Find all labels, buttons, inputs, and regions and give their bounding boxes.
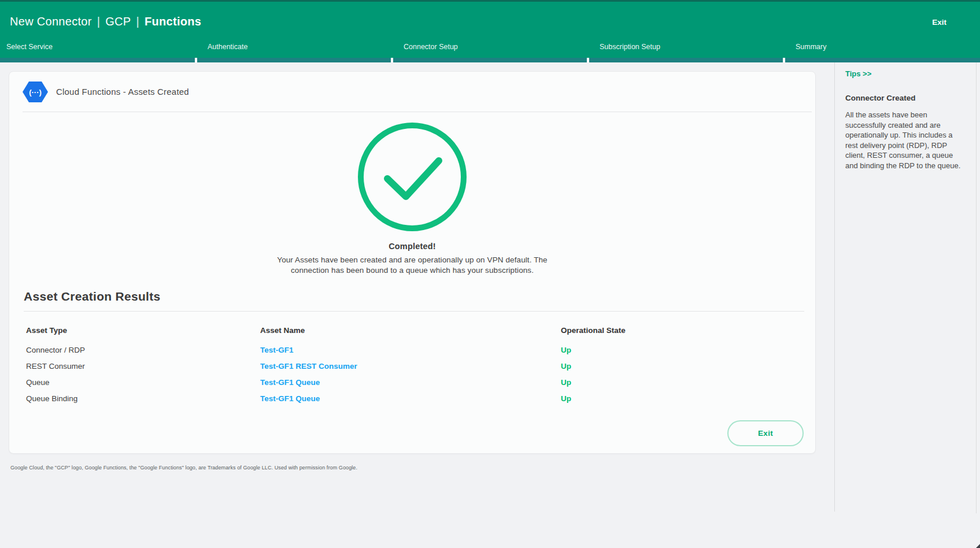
progress-strip bbox=[0, 58, 980, 62]
step-authenticate[interactable]: Authenticate bbox=[208, 43, 248, 51]
cloud-functions-icon: (···) bbox=[23, 81, 48, 103]
table-row: Queue Test-GF1 Queue Up bbox=[26, 374, 803, 390]
title-separator: | bbox=[97, 15, 101, 28]
trademark-disclaimer: Google Cloud, the "GCP" logo, Google Fun… bbox=[10, 465, 531, 471]
page-title: Cloud Functions - Assets Created bbox=[56, 87, 189, 97]
asset-name-link[interactable]: Test-GF1 Queue bbox=[260, 394, 561, 403]
asset-name-link[interactable]: Test-GF1 Queue bbox=[260, 378, 561, 387]
operational-state-cell: Up bbox=[561, 378, 803, 387]
step-divider-tick bbox=[195, 58, 197, 62]
asset-type-cell: Queue bbox=[26, 378, 260, 387]
table-header-row: Asset Type Asset Name Operational State bbox=[26, 323, 803, 337]
operational-state-cell: Up bbox=[561, 394, 803, 403]
wizard-title-functions: Functions bbox=[145, 15, 201, 28]
table-row: REST Consumer Test-GF1 REST Consumer Up bbox=[26, 358, 803, 374]
asset-name-link[interactable]: Test-GF1 bbox=[260, 346, 561, 354]
wizard-steps: Select Service Authenticate Connector Se… bbox=[0, 43, 980, 55]
results-divider bbox=[24, 311, 804, 312]
asset-results-section: Asset Creation Results Asset Type Asset … bbox=[24, 290, 803, 406]
sidebar-right-border bbox=[976, 62, 977, 513]
content-card: (···) Cloud Functions - Assets Created C… bbox=[9, 71, 816, 454]
asset-type-cell: REST Consumer bbox=[26, 362, 260, 371]
wizard-title: New Connector|GCP|Functions bbox=[10, 15, 201, 28]
step-divider-tick bbox=[391, 58, 393, 62]
exit-button[interactable]: Exit bbox=[727, 420, 804, 446]
wizard-title-gcp: GCP bbox=[105, 15, 131, 28]
results-heading: Asset Creation Results bbox=[24, 290, 803, 303]
operational-state-cell: Up bbox=[561, 346, 803, 354]
resize-corner-mark bbox=[976, 544, 980, 548]
step-summary[interactable]: Summary bbox=[796, 43, 826, 51]
step-select-service[interactable]: Select Service bbox=[6, 43, 53, 51]
tips-toggle-link[interactable]: Tips >> bbox=[845, 69, 871, 78]
completed-section: Completed! Your Assets have been created… bbox=[9, 112, 815, 276]
app-window: New Connector|GCP|Functions Exit Select … bbox=[0, 0, 980, 548]
column-header-asset-type: Asset Type bbox=[26, 326, 260, 335]
sidebar-divider bbox=[834, 62, 835, 512]
asset-type-cell: Queue Binding bbox=[26, 394, 260, 403]
asset-name-link[interactable]: Test-GF1 REST Consumer bbox=[260, 362, 561, 371]
step-subscription-setup[interactable]: Subscription Setup bbox=[600, 43, 660, 51]
success-check-icon bbox=[354, 119, 470, 235]
step-divider-tick bbox=[587, 58, 589, 62]
column-header-operational-state: Operational State bbox=[561, 326, 803, 335]
top-accent-line bbox=[0, 0, 980, 2]
wizard-header: New Connector|GCP|Functions Exit Select … bbox=[0, 0, 980, 62]
cloud-functions-icon-glyph: (···) bbox=[29, 88, 42, 97]
step-connector-setup[interactable]: Connector Setup bbox=[404, 43, 458, 51]
title-separator: | bbox=[136, 15, 140, 28]
column-header-asset-name: Asset Name bbox=[260, 326, 561, 335]
operational-state-cell: Up bbox=[561, 362, 803, 371]
wizard-title-new-connector: New Connector bbox=[10, 15, 92, 28]
completed-title: Completed! bbox=[9, 242, 815, 251]
results-table: Asset Type Asset Name Operational State … bbox=[26, 323, 803, 406]
tips-heading: Connector Created bbox=[845, 94, 916, 102]
table-row: Queue Binding Test-GF1 Queue Up bbox=[26, 390, 803, 406]
table-row: Connector / RDP Test-GF1 Up bbox=[26, 342, 803, 358]
tips-body-text: All the assets have been successfully cr… bbox=[845, 110, 964, 171]
header-exit-button[interactable]: Exit bbox=[932, 18, 946, 27]
completed-description: Your Assets have been created and are op… bbox=[276, 255, 548, 276]
card-header: (···) Cloud Functions - Assets Created bbox=[23, 72, 812, 112]
step-divider-tick bbox=[783, 58, 785, 62]
asset-type-cell: Connector / RDP bbox=[26, 346, 260, 354]
